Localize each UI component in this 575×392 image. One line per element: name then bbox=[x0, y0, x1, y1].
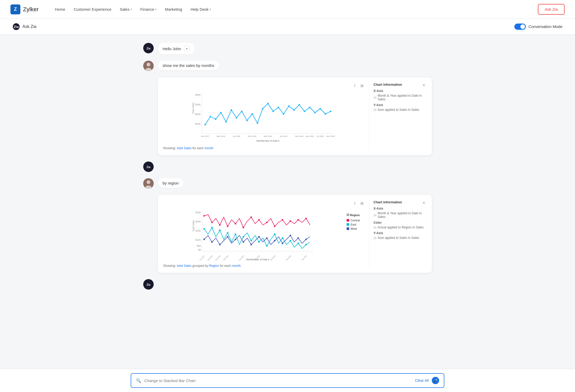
showing-month-2: month bbox=[232, 264, 241, 268]
svg-point-85 bbox=[305, 218, 307, 219]
user-avatar-1 bbox=[143, 61, 154, 71]
svg-point-99 bbox=[305, 244, 307, 245]
chart-close-1[interactable]: ✕ bbox=[421, 83, 427, 88]
svg-point-113 bbox=[305, 239, 307, 240]
svg-point-38 bbox=[309, 107, 310, 108]
svg-text:$20K: $20K bbox=[195, 123, 201, 125]
svg-point-75 bbox=[227, 226, 228, 227]
svg-text:Sep 2018: Sep 2018 bbox=[238, 255, 245, 260]
color-value-2: ƒx Actual applied to Region in Sales bbox=[373, 226, 427, 229]
svg-point-27 bbox=[251, 113, 253, 115]
legend-label-east: East bbox=[350, 223, 356, 226]
svg-text:Mar 2019: Mar 2019 bbox=[264, 135, 272, 137]
xaxis-label-1: X-Axis bbox=[373, 89, 427, 93]
svg-point-84 bbox=[297, 219, 299, 221]
showing-month-1: month bbox=[205, 146, 213, 150]
svg-point-26 bbox=[246, 120, 248, 121]
svg-point-34 bbox=[288, 105, 290, 107]
nav-helpdesk[interactable]: Help Desk ▾ bbox=[187, 5, 215, 14]
bubble-chevron-button[interactable]: ▾ bbox=[184, 45, 190, 52]
chart-close-2[interactable]: ✕ bbox=[421, 200, 427, 205]
zia-hello-message: Zia Hello John ▾ bbox=[143, 43, 432, 54]
chart-info-title-1: Chart Information bbox=[373, 83, 427, 87]
svg-text:$25K: $25K bbox=[195, 113, 201, 116]
svg-text:$25K: $25K bbox=[196, 211, 201, 214]
svg-point-77 bbox=[243, 227, 244, 228]
yaxis-value-1: ƒx Sum applied to Sales in Sales bbox=[373, 108, 427, 112]
chart-type-icon[interactable]: ▦ bbox=[359, 83, 365, 88]
nav-marketing[interactable]: Marketing bbox=[161, 5, 186, 14]
svg-point-40 bbox=[319, 108, 321, 109]
svg-text:Mar 2020: Mar 2020 bbox=[306, 135, 314, 137]
chart-card-2: ℹ ▦ $25K $20K $15K $10K $5K $0 bbox=[158, 195, 432, 273]
svg-point-111 bbox=[290, 235, 291, 236]
hello-text: Hello John bbox=[163, 47, 181, 51]
helpdesk-chevron-icon: ▾ bbox=[210, 8, 211, 11]
user-avatar-2 bbox=[143, 178, 154, 189]
brand: Z Zylker bbox=[10, 4, 39, 14]
zia-avatar-icon-3: Zia bbox=[145, 281, 152, 288]
nav-customer-experience[interactable]: Customer Experience bbox=[70, 5, 115, 14]
svg-point-97 bbox=[290, 240, 291, 241]
svg-text:Sep 2019: Sep 2019 bbox=[269, 255, 276, 260]
svg-point-41 bbox=[325, 113, 326, 115]
brand-icon: Z bbox=[10, 4, 20, 14]
chart-area-1: ℹ ▦ $35K $30K $25K $20K bbox=[163, 83, 365, 150]
zia-avatar-row-1: Zia bbox=[143, 162, 432, 172]
user-bubble-1: show me the sales by months bbox=[158, 61, 219, 70]
svg-point-96 bbox=[282, 237, 283, 239]
xaxis-label-2: X-Axis bbox=[373, 207, 427, 210]
svg-text:$5K: $5K bbox=[197, 245, 201, 247]
sales-chevron-icon: ▾ bbox=[131, 8, 132, 11]
yaxis-label-1: Y-Axis bbox=[373, 103, 427, 107]
svg-text:Zia: Zia bbox=[147, 47, 151, 50]
svg-text:Month&Year of Date ▾: Month&Year of Date ▾ bbox=[246, 258, 269, 260]
svg-text:Total Sales: Total Sales bbox=[192, 102, 194, 114]
svg-point-22 bbox=[225, 121, 227, 123]
chart-info-icon[interactable]: ℹ bbox=[352, 83, 358, 88]
svg-point-92 bbox=[250, 240, 252, 241]
svg-point-81 bbox=[274, 226, 275, 227]
brand-name: Zylker bbox=[23, 6, 39, 13]
conversation-mode-label: Conversation Mode bbox=[528, 24, 562, 29]
nav-home[interactable]: Home bbox=[51, 5, 69, 14]
conversation-mode-area: Conversation Mode bbox=[514, 24, 562, 30]
svg-point-79 bbox=[258, 219, 260, 221]
svg-point-24 bbox=[236, 117, 237, 119]
nav-finance[interactable]: Finance ▾ bbox=[137, 5, 160, 14]
svg-point-42 bbox=[330, 111, 331, 112]
svg-point-95 bbox=[274, 233, 275, 235]
svg-point-100 bbox=[203, 239, 205, 240]
conversation-mode-toggle[interactable] bbox=[514, 24, 526, 30]
svg-point-89 bbox=[227, 232, 228, 234]
svg-text:Jul 2019: Jul 2019 bbox=[280, 135, 287, 137]
chart-info-panel-2: ✕ Chart Information X-Axis ƒx Month & Ye… bbox=[369, 200, 427, 268]
toggle-knob bbox=[520, 24, 525, 29]
svg-point-31 bbox=[272, 111, 274, 112]
svg-point-83 bbox=[290, 220, 291, 222]
svg-point-101 bbox=[211, 241, 213, 243]
ask-zia-button[interactable]: Ask Zia bbox=[538, 4, 565, 15]
color-label-2: Color bbox=[373, 221, 427, 224]
chart-info-title-2: Chart Information bbox=[373, 200, 427, 204]
svg-text:Zia: Zia bbox=[14, 25, 19, 29]
svg-point-80 bbox=[266, 222, 268, 223]
svg-point-30 bbox=[267, 103, 269, 104]
chart-type-icon-2[interactable]: ▦ bbox=[359, 200, 365, 206]
svg-text:$30K: $30K bbox=[195, 103, 201, 106]
svg-point-18 bbox=[204, 124, 206, 125]
nav-sales[interactable]: Sales ▾ bbox=[116, 5, 136, 14]
svg-point-87 bbox=[211, 227, 213, 228]
svg-point-57 bbox=[147, 180, 150, 184]
ask-zia-label: Ask Zia bbox=[22, 24, 36, 29]
showing-highlight-2: total Sales bbox=[177, 264, 192, 268]
svg-text:Jan 2018: Jan 2018 bbox=[207, 255, 213, 260]
svg-point-88 bbox=[219, 229, 221, 231]
svg-point-39 bbox=[314, 112, 316, 113]
showing-rest-2b: for each bbox=[220, 264, 232, 268]
svg-text:Mar 2020: Mar 2020 bbox=[285, 255, 292, 260]
svg-text:Nov 2017: Nov 2017 bbox=[201, 135, 209, 137]
chart-info-icon-2[interactable]: ℹ bbox=[352, 200, 358, 206]
svg-text:Nov 2017: Nov 2017 bbox=[199, 255, 205, 260]
svg-point-35 bbox=[293, 109, 295, 111]
